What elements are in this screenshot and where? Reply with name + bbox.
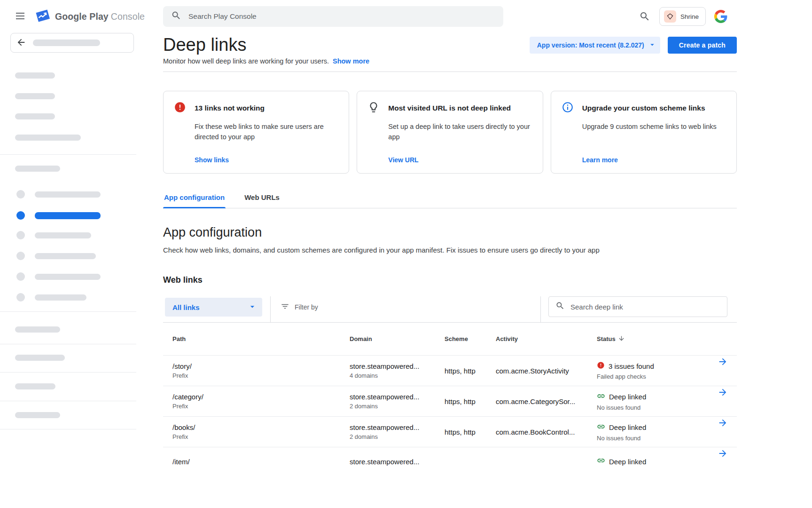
status-value: Deep linked <box>609 393 646 401</box>
deep-link-search-input[interactable] <box>570 303 720 311</box>
back-button[interactable] <box>10 33 134 53</box>
search-icon <box>171 10 181 23</box>
open-row-button[interactable] <box>717 447 729 460</box>
column-domain[interactable]: Domain <box>350 323 445 355</box>
status-value: 3 issues found <box>609 362 654 370</box>
link-icon <box>597 422 605 433</box>
open-row-button[interactable] <box>717 386 729 398</box>
toolbar-divider <box>270 296 271 322</box>
filter-icon <box>281 302 289 312</box>
sidebar-nav-item[interactable] <box>0 272 136 281</box>
card-title: 13 links not working <box>195 104 265 112</box>
path-type: Prefix <box>172 433 350 440</box>
skeleton-bar <box>15 412 60 418</box>
card-body: Set up a deep link to take users directl… <box>388 121 531 142</box>
skeleton-bar <box>15 135 81 141</box>
domain-count: 2 domains <box>350 433 445 440</box>
sidebar-nav-item[interactable] <box>0 251 136 261</box>
menu-icon[interactable] <box>14 10 26 23</box>
google-play-console-logo[interactable]: Google PlayConsole <box>35 9 145 24</box>
search-icon[interactable] <box>639 10 651 23</box>
learn-more-link[interactable]: Learn more <box>582 156 725 164</box>
open-row-button[interactable] <box>717 356 729 368</box>
page-header: Deep links Monitor how well deep links a… <box>163 35 737 65</box>
domain-value: store.steampowered... <box>350 423 445 431</box>
domain-value: store.steampowered... <box>350 362 445 370</box>
table-row[interactable]: /books/ Prefix store.steampowered... 2 d… <box>163 416 737 447</box>
filter-by-label: Filter by <box>295 303 318 311</box>
lightbulb-icon <box>367 101 380 115</box>
card-title: Upgrade your custom scheme links <box>582 104 705 112</box>
activity-value: com.acme.CategorySor... <box>496 397 597 405</box>
shrine-app-icon <box>664 10 676 23</box>
column-status[interactable]: Status <box>597 323 709 355</box>
section-title: App configuration <box>163 224 737 240</box>
sidebar-nav-item-active[interactable] <box>0 211 136 220</box>
skeleton-bar <box>15 113 55 119</box>
deep-link-search[interactable] <box>548 296 727 317</box>
app-version-selector[interactable]: App version: Most recent (8.2.027) <box>530 37 660 54</box>
domain-value: store.steampowered... <box>350 393 445 401</box>
sidebar-divider <box>0 344 136 344</box>
column-scheme[interactable]: Scheme <box>445 323 496 355</box>
sort-descending-icon[interactable] <box>618 335 625 343</box>
card-title: Most visited URL is not deep linked <box>388 104 511 112</box>
filter-by-button[interactable]: Filter by <box>281 296 318 318</box>
links-filter-select[interactable]: All links <box>165 298 262 317</box>
info-icon <box>562 101 574 115</box>
link-icon <box>597 456 605 467</box>
table-row[interactable]: /category/ Prefix store.steampowered... … <box>163 386 737 416</box>
view-url-link[interactable]: View URL <box>388 156 531 164</box>
header-divider <box>163 71 737 72</box>
skeleton-bar <box>15 383 55 389</box>
column-path[interactable]: Path <box>172 323 350 355</box>
sidebar-nav-item[interactable] <box>0 190 136 199</box>
sidebar-nav-item[interactable] <box>0 293 136 302</box>
error-icon <box>597 361 605 371</box>
scheme-value: https, http <box>445 397 496 405</box>
sidebar <box>0 33 136 508</box>
topbar: Google PlayConsole Shrine <box>0 0 812 33</box>
status-value: Deep linked <box>609 423 646 431</box>
insight-card[interactable]: Most visited URL is not deep linked Set … <box>357 91 543 174</box>
table-header: Path Domain Scheme Activity Status <box>163 323 737 355</box>
table-toolbar: All links Filter by <box>163 296 737 323</box>
tab-app-configuration[interactable]: App configuration <box>163 193 226 208</box>
app-switcher[interactable]: Shrine <box>659 7 706 26</box>
path-value: /books/ <box>172 423 350 431</box>
domain-value: store.steampowered... <box>350 458 445 466</box>
table-row[interactable]: /item/ store.steampowered... Deep linked <box>163 447 737 477</box>
page-title: Deep links <box>163 35 369 55</box>
chevron-down-icon <box>248 302 257 313</box>
column-status-label: Status <box>597 335 616 342</box>
google-account-avatar[interactable] <box>714 10 727 23</box>
table-row[interactable]: /story/ Prefix store.steampowered... 4 d… <box>163 355 737 386</box>
global-search-input[interactable] <box>188 12 495 21</box>
play-console-icon <box>35 9 50 24</box>
path-value: /story/ <box>172 362 350 370</box>
column-activity[interactable]: Activity <box>496 323 597 355</box>
skeleton-bar <box>15 166 60 172</box>
skeleton-bar <box>15 72 55 79</box>
insight-card[interactable]: Upgrade your custom scheme links Upgrade… <box>551 91 737 174</box>
show-links-link[interactable]: Show links <box>195 156 337 164</box>
card-body: Fix these web links to make sure users a… <box>195 121 337 142</box>
toolbar-divider <box>540 296 541 322</box>
error-icon <box>174 101 186 115</box>
insight-card[interactable]: 13 links not working Fix these web links… <box>163 91 349 174</box>
create-patch-button[interactable]: Create a patch <box>668 37 737 54</box>
scheme-value: https, http <box>445 367 496 375</box>
page-subtitle: Monitor how well deep links are working … <box>163 57 329 65</box>
sidebar-divider <box>0 429 136 429</box>
status-detail: No issues found <box>597 435 709 442</box>
links-filter-value: All links <box>172 303 200 311</box>
arrow-back-icon <box>16 37 26 49</box>
path-value: /item/ <box>172 458 350 466</box>
status-detail: No issues found <box>597 404 709 411</box>
sidebar-nav-item[interactable] <box>0 230 136 240</box>
global-search[interactable] <box>163 6 503 27</box>
open-row-button[interactable] <box>717 417 729 429</box>
show-more-link[interactable]: Show more <box>333 57 369 65</box>
tab-web-urls[interactable]: Web URLs <box>243 193 281 208</box>
card-body: Upgrade 9 custom scheme links to web lin… <box>582 121 725 132</box>
